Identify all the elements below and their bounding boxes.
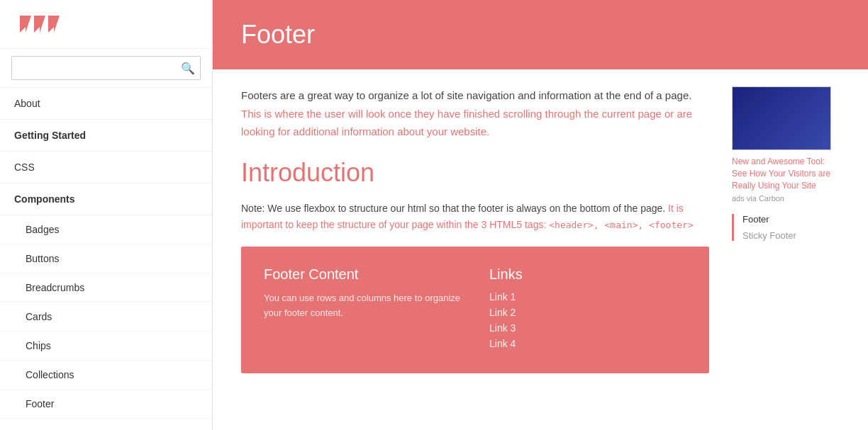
sidebar: 🔍 About Getting Started CSS Components B… bbox=[0, 0, 213, 430]
sidebar-item-about[interactable]: About bbox=[0, 88, 212, 120]
footer-link-3[interactable]: Link 3 bbox=[489, 322, 686, 334]
sidebar-item-breadcrumbs[interactable]: Breadcrumbs bbox=[0, 273, 212, 302]
intro-text-part1: Footers are a great way to organize a lo… bbox=[241, 89, 691, 101]
note-paragraph: Note: We use flexbox to structure our ht… bbox=[241, 200, 709, 234]
content-area: Footers are a great way to organize a lo… bbox=[213, 69, 868, 430]
footer-link-2[interactable]: Link 2 bbox=[489, 307, 686, 318]
table-of-contents: Footer Sticky Footer bbox=[732, 214, 840, 241]
code-tags: <header>, <main>, <footer> bbox=[549, 220, 694, 230]
ad-image bbox=[732, 86, 831, 150]
toc-item-footer[interactable]: Footer bbox=[742, 214, 840, 225]
sidebar-item-badges[interactable]: Badges bbox=[0, 215, 212, 244]
footer-col1-text: You can use rows and columns here to org… bbox=[264, 291, 461, 321]
note-text-part1: Note: We use flexbox to structure our ht… bbox=[241, 203, 665, 214]
page-title: Footer bbox=[241, 20, 840, 50]
main-text: Footers are a great way to organize a lo… bbox=[241, 86, 709, 413]
search-input[interactable] bbox=[11, 56, 201, 80]
ad-block: New and Awesome Tool: See How Your Visit… bbox=[732, 86, 840, 203]
sidebar-item-getting-started[interactable]: Getting Started bbox=[0, 120, 212, 152]
footer-col2-title: Links bbox=[489, 266, 686, 283]
sidebar-item-chips[interactable]: Chips bbox=[0, 332, 212, 361]
footer-col-1: Footer Content You can use rows and colu… bbox=[264, 266, 461, 353]
search-container: 🔍 bbox=[0, 49, 212, 88]
footer-link-1[interactable]: Link 1 bbox=[489, 291, 686, 302]
footer-col-2: Links Link 1 Link 2 Link 3 Link 4 bbox=[489, 266, 686, 353]
sidebar-item-buttons[interactable]: Buttons bbox=[0, 244, 212, 273]
sidebar-item-components[interactable]: Components bbox=[0, 183, 212, 215]
sidebar-item-css[interactable]: CSS bbox=[0, 152, 212, 183]
sidebar-item-cards[interactable]: Cards bbox=[0, 302, 212, 332]
svg-marker-0 bbox=[20, 16, 31, 33]
footer-col1-title: Footer Content bbox=[264, 266, 461, 283]
svg-marker-1 bbox=[34, 16, 45, 33]
search-button[interactable]: 🔍 bbox=[181, 62, 195, 75]
footer-link-4[interactable]: Link 4 bbox=[489, 338, 686, 349]
logo-container bbox=[0, 0, 212, 49]
page-header: Footer bbox=[213, 0, 868, 69]
toc-item-sticky-footer[interactable]: Sticky Footer bbox=[742, 230, 840, 241]
logo-icon bbox=[14, 11, 71, 37]
footer-links-list: Link 1 Link 2 Link 3 Link 4 bbox=[489, 291, 686, 349]
footer-demo: Footer Content You can use rows and colu… bbox=[241, 247, 709, 373]
right-sidebar: New and Awesome Tool: See How Your Visit… bbox=[726, 86, 840, 413]
intro-paragraph: Footers are a great way to organize a lo… bbox=[241, 86, 709, 141]
sidebar-item-footer[interactable]: Footer bbox=[0, 390, 212, 419]
ad-title[interactable]: New and Awesome Tool: See How Your Visit… bbox=[732, 156, 840, 191]
sidebar-item-collections[interactable]: Collections bbox=[0, 361, 212, 390]
section-heading: Introduction bbox=[241, 158, 709, 188]
ad-image-inner bbox=[733, 87, 830, 149]
svg-marker-2 bbox=[48, 16, 60, 33]
ad-source: ads via Carbon bbox=[732, 194, 840, 203]
intro-text-part2: This is where the user will look once th… bbox=[241, 108, 692, 138]
main-content-area: Footer Footers are a great way to organi… bbox=[213, 0, 868, 430]
